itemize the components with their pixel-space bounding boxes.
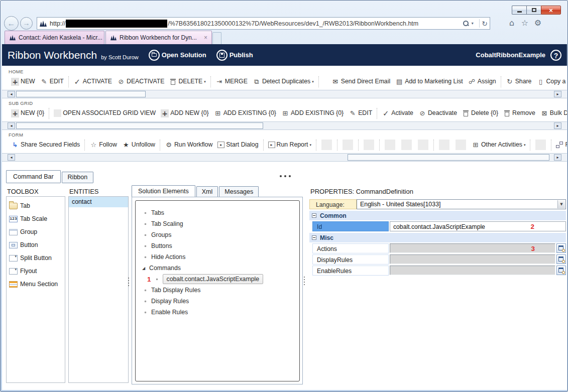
ribbon-button-add-to-marketing-list[interactable]: ▤Add to Marketing List: [395, 78, 463, 86]
ribbon-button-delete-0[interactable]: Delete {0}: [462, 110, 498, 116]
ribbon-button-bulk-delete[interactable]: ⊠Bulk Delete: [540, 109, 567, 117]
maximize-button[interactable]: [526, 6, 541, 15]
ribbon-button-merge[interactable]: ⇥MERGE: [215, 78, 248, 86]
ribbon-button-unfollow[interactable]: ★Unfollow: [122, 141, 155, 149]
tree-node-tab-display-rules[interactable]: Tab Display Rules: [142, 285, 299, 296]
subgrid-scrollbar[interactable]: ◂ ▸: [2, 121, 567, 130]
ribbon-button-assign[interactable]: ☍Assign: [468, 78, 496, 86]
ribbon-button-new-0[interactable]: +NEW {0}: [11, 109, 44, 117]
toolbox-item-group[interactable]: Group: [7, 225, 65, 238]
tree-node-commands[interactable]: ◢Commands: [142, 263, 299, 274]
ribbon-button-follow[interactable]: ☆Follow: [89, 141, 117, 149]
scroll-right-icon[interactable]: ▸: [554, 91, 561, 97]
empty-button-placeholder[interactable]: [439, 140, 449, 150]
enablerules-value-field[interactable]: [390, 266, 555, 275]
ribbon-button-delete[interactable]: DELETE▾: [169, 78, 205, 85]
scroll-left-icon[interactable]: ◂: [8, 154, 15, 161]
tree-node-cobalt-contact-javascriptexample[interactable]: 1cobalt.contact.JavaScriptExample: [142, 274, 299, 285]
displayrules-lookup-button[interactable]: [556, 254, 566, 264]
ribbon-button-share[interactable]: ↻Share: [506, 78, 532, 86]
address-bar[interactable]: http:// /%7B635618021350000132%7D/WebRes…: [37, 17, 490, 30]
ribbon-button-run-report[interactable]: ▸Run Report▾: [268, 142, 311, 148]
entity-item-contact[interactable]: contact: [69, 197, 128, 207]
browser-tab-contact[interactable]: Contact: Aiden Kaskela - Micr...: [5, 31, 104, 44]
toolbox-item-tab[interactable]: Tab: [7, 199, 65, 212]
ribbon-button-activate[interactable]: ✓ACTIVATE: [73, 78, 112, 86]
new-tab-stub[interactable]: [212, 32, 221, 44]
tree-node-enable-rules[interactable]: Enable Rules: [142, 307, 299, 318]
tree-node-tab-scaling[interactable]: Tab Scaling: [142, 218, 299, 229]
expanded-arrow-icon[interactable]: ◢: [142, 266, 148, 271]
scroll-right-icon[interactable]: ▸: [554, 122, 561, 129]
empty-button-placeholder[interactable]: [418, 140, 428, 150]
tree-node-groups[interactable]: Groups: [142, 229, 299, 240]
ribbon-button-send-direct-email[interactable]: ✉Send Direct Email: [331, 78, 390, 86]
home-icon[interactable]: ⌂: [505, 18, 518, 28]
collapse-icon[interactable]: [312, 213, 316, 218]
property-label-enablerules[interactable]: EnableRules: [312, 266, 389, 276]
horizontal-splitter-handle[interactable]: [280, 175, 291, 177]
empty-button-placeholder[interactable]: [321, 140, 332, 150]
tree-node-hide-actions[interactable]: Hide Actions: [142, 251, 299, 263]
minimize-button[interactable]: [512, 6, 526, 15]
empty-button-placeholder[interactable]: [456, 140, 466, 150]
ribbon-button-open-associated-grid-view[interactable]: OPEN ASSOCIATED GRID VIEW: [54, 109, 156, 117]
scrollbar-thumb[interactable]: [348, 154, 549, 161]
tab-ribbon[interactable]: Ribbon: [62, 172, 94, 183]
property-label-id[interactable]: Id: [312, 221, 389, 231]
close-button[interactable]: ×: [541, 6, 561, 15]
empty-button-placeholder[interactable]: [364, 140, 374, 150]
scroll-left-icon[interactable]: ◂: [8, 122, 15, 129]
tab-command-bar[interactable]: Command Bar: [6, 170, 61, 183]
solution-splitter-handle[interactable]: [304, 277, 305, 285]
refresh-icon[interactable]: ↻: [482, 20, 488, 28]
ribbon-button-edit[interactable]: ✎EDIT: [349, 109, 372, 117]
ribbon-button-new[interactable]: +NEW: [11, 78, 35, 86]
favorites-star-icon[interactable]: ☆: [518, 18, 531, 28]
publish-button[interactable]: Publish: [216, 50, 253, 61]
actions-lookup-button[interactable]: [556, 243, 566, 253]
ribbon-button-activate[interactable]: ✓Activate: [382, 109, 413, 117]
tree-node-buttons[interactable]: Buttons: [142, 240, 299, 251]
tab-xml[interactable]: Xml: [196, 186, 218, 198]
ribbon-button-share-secured-fields[interactable]: ↳Share Secured Fields: [11, 141, 80, 149]
help-button[interactable]: ?: [550, 50, 561, 61]
scrollbar-thumb[interactable]: [16, 91, 146, 97]
empty-button-placeholder[interactable]: [385, 140, 395, 150]
settings-gear-icon[interactable]: ⚙: [531, 18, 544, 28]
ribbon-button-edit[interactable]: ✎EDIT: [40, 78, 64, 86]
scroll-left-icon[interactable]: ◂: [8, 91, 15, 97]
back-button[interactable]: ←: [4, 16, 19, 31]
tab-solution-elements[interactable]: Solution Elements: [132, 185, 195, 198]
search-icon[interactable]: [463, 20, 469, 27]
ribbon-button-start-dialog[interactable]: ▸Start Dialog: [217, 142, 258, 148]
ribbon-button-relationship[interactable]: Relationship▾: [556, 142, 567, 148]
property-label-displayrules[interactable]: DisplayRules: [312, 254, 389, 265]
language-select[interactable]: English - United States[1033] ▼: [357, 199, 566, 209]
forward-button[interactable]: →: [20, 17, 33, 30]
toolbox-item-flyout[interactable]: Flyout: [7, 265, 65, 278]
collapse-icon[interactable]: [312, 235, 316, 240]
actions-value-field[interactable]: 3: [390, 243, 555, 253]
id-value-field[interactable]: cobalt.contact.JavaScriptExample 2: [390, 221, 566, 231]
toolbox-item-tab-scale[interactable]: 123Tab Scale: [7, 212, 65, 225]
ribbon-button-other-activities[interactable]: ⊞Other Activities▾: [472, 141, 526, 149]
browser-tab-ribbon-workbench[interactable]: Ribbon Workbench for Dyn... ×: [105, 31, 212, 44]
tree-node-display-rules[interactable]: Display Rules: [142, 296, 299, 307]
ribbon-button-add-existing-0[interactable]: ⊞ADD EXISTING {0}: [281, 109, 344, 117]
dropdown-arrow-icon[interactable]: ▼: [557, 200, 565, 208]
empty-button-placeholder[interactable]: [401, 140, 412, 150]
empty-button-placeholder[interactable]: [343, 140, 353, 150]
enablerules-lookup-button[interactable]: [556, 266, 566, 275]
tree-node-tabs[interactable]: Tabs: [142, 207, 299, 218]
empty-button-placeholder[interactable]: [535, 140, 546, 150]
entities-splitter-handle[interactable]: [128, 278, 129, 286]
ribbon-button-remove[interactable]: Remove: [503, 110, 535, 116]
ribbon-button-run-workflow[interactable]: ⚙Run Workflow: [165, 141, 212, 149]
search-dropdown-icon[interactable]: ▼: [471, 22, 474, 25]
displayrules-value-field[interactable]: [390, 254, 555, 264]
group-header-common[interactable]: Common: [309, 211, 566, 220]
ribbon-button-add-existing-0[interactable]: ⊞ADD EXISTING {0}: [214, 109, 276, 117]
tab-close-icon[interactable]: ×: [200, 34, 207, 41]
toolbox-item-split-button[interactable]: Split Button: [7, 251, 65, 265]
